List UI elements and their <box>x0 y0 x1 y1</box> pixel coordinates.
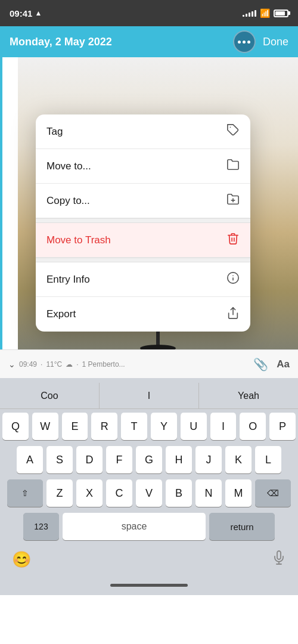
trash-icon <box>226 232 240 248</box>
space-key[interactable]: space <box>63 513 206 540</box>
wifi-icon: 📶 <box>260 8 270 18</box>
menu-separator <box>36 218 250 223</box>
key-a[interactable]: A <box>17 446 43 473</box>
key-row-3: ⇧ Z X C V B N M ⌫ <box>2 479 296 507</box>
info-circle-icon <box>226 271 240 287</box>
suggestion-yeah[interactable]: Yeah <box>199 383 298 408</box>
return-key[interactable]: return <box>209 513 275 540</box>
tag-icon <box>226 123 240 140</box>
info-left: ⌄ 09:49 · 11°C ☁ · 1 Pemberto... <box>8 360 125 369</box>
key-r[interactable]: R <box>91 413 117 440</box>
menu-item-move-to-trash[interactable]: Move to Trash <box>36 223 250 258</box>
chevron-down-icon[interactable]: ⌄ <box>8 360 15 369</box>
share-icon <box>226 306 240 323</box>
key-b[interactable]: B <box>166 479 192 507</box>
key-u[interactable]: U <box>181 413 207 440</box>
time-display: 09:41 <box>10 8 32 18</box>
key-i[interactable]: I <box>210 413 237 440</box>
folder-icon <box>226 158 240 174</box>
header-date: Monday, 2 May 2022 <box>10 36 112 48</box>
key-f[interactable]: F <box>106 446 132 473</box>
content-area: Tag Move to... Copy to. <box>0 57 298 349</box>
menu-label-copy-to: Copy to... <box>46 195 90 207</box>
key-e[interactable]: E <box>62 413 88 440</box>
avatar-dots-icon <box>238 41 250 44</box>
key-t[interactable]: T <box>121 413 147 440</box>
suggestion-coo[interactable]: Coo <box>0 383 100 408</box>
shift-key[interactable]: ⇧ <box>7 479 43 507</box>
battery-icon <box>274 10 288 17</box>
info-bar: ⌄ 09:49 · 11°C ☁ · 1 Pemberto... 📎 Aa <box>0 349 298 378</box>
emoji-button[interactable]: 😊 <box>12 550 31 569</box>
suggestions-bar: Coo I Yeah <box>0 383 298 409</box>
key-w[interactable]: W <box>32 413 58 440</box>
key-d[interactable]: D <box>76 446 103 473</box>
key-q[interactable]: Q <box>2 413 29 440</box>
status-right: 📶 <box>243 8 288 18</box>
menu-label-export: Export <box>46 308 76 320</box>
key-rows: Q W E R T Y U I O P A S D F G H J K L ⇧ … <box>0 409 298 549</box>
key-z[interactable]: Z <box>46 479 73 507</box>
avatar-button[interactable] <box>233 30 256 53</box>
key-c[interactable]: C <box>106 479 132 507</box>
info-right: 📎 Aa <box>253 357 290 371</box>
key-y[interactable]: Y <box>151 413 177 440</box>
key-row-2: A S D F G H J K L <box>2 446 296 473</box>
microphone-button[interactable] <box>272 550 286 568</box>
key-h[interactable]: H <box>166 446 192 473</box>
menu-label-entry-info: Entry Info <box>46 274 90 286</box>
key-n[interactable]: N <box>195 479 222 507</box>
menu-item-tag[interactable]: Tag <box>36 114 250 149</box>
home-indicator <box>0 575 298 595</box>
info-temperature: 11°C <box>46 360 62 369</box>
key-p[interactable]: P <box>269 413 296 440</box>
popup-overlay: Tag Move to... Copy to. <box>0 114 298 349</box>
key-j[interactable]: J <box>195 446 222 473</box>
menu-label-move-to-trash: Move to Trash <box>46 234 111 246</box>
menu-separator-2 <box>36 258 250 262</box>
header-bar: Monday, 2 May 2022 Done <box>0 26 298 57</box>
menu-label-move-to: Move to... <box>46 160 91 172</box>
folder-plus-icon <box>226 193 240 209</box>
delete-key[interactable]: ⌫ <box>255 479 291 507</box>
key-g[interactable]: G <box>136 446 162 473</box>
key-row-1: Q W E R T Y U I O P <box>2 413 296 440</box>
paperclip-icon[interactable]: 📎 <box>253 357 268 371</box>
font-size-icon[interactable]: Aa <box>277 358 290 370</box>
info-separator-2: · <box>76 360 78 369</box>
menu-item-move-to[interactable]: Move to... <box>36 149 250 184</box>
numbers-key[interactable]: 123 <box>23 513 59 540</box>
key-k[interactable]: K <box>225 446 252 473</box>
key-v[interactable]: V <box>136 479 162 507</box>
info-cloud-icon: ☁ <box>66 360 73 369</box>
menu-item-entry-info[interactable]: Entry Info <box>36 262 250 297</box>
key-s[interactable]: S <box>46 446 73 473</box>
status-bar: 09:41 ▲ 📶 <box>0 0 298 26</box>
home-bar <box>110 584 188 587</box>
header-right: Done <box>233 30 288 53</box>
menu-item-copy-to[interactable]: Copy to... <box>36 184 250 218</box>
context-menu: Tag Move to... Copy to. <box>36 114 250 332</box>
status-time: 09:41 ▲ <box>10 8 42 18</box>
done-button[interactable]: Done <box>263 36 288 48</box>
menu-label-tag: Tag <box>46 126 63 138</box>
key-x[interactable]: X <box>76 479 103 507</box>
location-arrow-icon: ▲ <box>35 9 42 17</box>
keyboard: Coo I Yeah Q W E R T Y U I O P A S D F G <box>0 378 298 575</box>
key-o[interactable]: O <box>240 413 266 440</box>
info-location: 1 Pemberto... <box>82 360 125 369</box>
menu-item-export[interactable]: Export <box>36 297 250 332</box>
key-l[interactable]: L <box>255 446 281 473</box>
key-row-bottom: 123 space return <box>2 513 296 540</box>
info-time: 09:49 <box>19 360 37 369</box>
keyboard-bottom-bar: 😊 <box>0 549 298 575</box>
key-m[interactable]: M <box>225 479 252 507</box>
signal-bars-icon <box>243 10 256 17</box>
info-separator-1: · <box>41 360 42 369</box>
suggestion-i[interactable]: I <box>100 383 199 408</box>
